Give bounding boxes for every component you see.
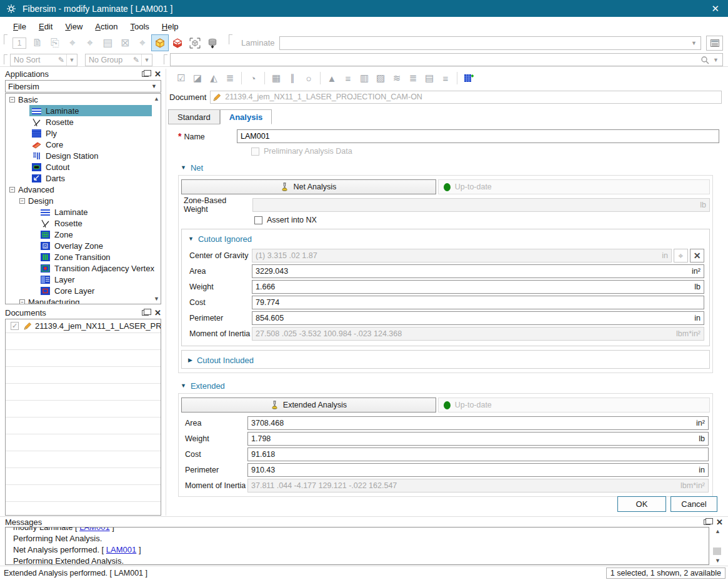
material-grid-icon[interactable]: ▦ [268,71,284,86]
tree-item-core[interactable]: Core [6,139,161,150]
tab-standard[interactable]: Standard [168,109,220,124]
tower-icon[interactable]: ▲ [324,71,340,86]
tree-item-zone[interactable]: Zone [6,229,161,240]
collapse-icon[interactable]: − [9,187,15,192]
expand-triangle-icon[interactable]: ▶ [188,357,192,363]
lam001-link[interactable]: LAM001 [106,545,136,554]
scroll-up-icon[interactable]: ▲ [715,528,721,534]
ring-icon[interactable]: ○ [301,71,317,86]
tree-item-laminate-adv[interactable]: Laminate [6,206,161,218]
tree-item-layer[interactable]: Layer [6,274,161,285]
menu-tools[interactable]: Tools [124,21,154,32]
scroll-down-icon[interactable]: ▼ [154,296,159,302]
cutout-included-header[interactable]: ▶ Cutout Included [188,355,706,365]
cost-field[interactable]: 79.774 [252,296,704,309]
delete-document-icon[interactable]: ⊠ [116,35,134,51]
tree-item-design-station[interactable]: Design Station [6,150,161,161]
pattern-icon[interactable]: ▨ [372,71,389,86]
collapse-triangle-icon[interactable]: ▼ [181,164,186,171]
extended-analysis-button[interactable]: Extended Analysis [181,398,436,412]
locate-copy-icon[interactable]: ⌖ [81,35,99,51]
levels-icon[interactable]: ≣ [405,71,421,86]
ext-area-field[interactable]: 3708.468in² [247,416,709,430]
assert-into-nx-checkbox[interactable] [254,216,262,224]
menu-help[interactable]: Help [156,21,184,32]
select-cube-icon[interactable] [186,34,204,51]
cutout-ignored-header[interactable]: ▼ Cutout Ignored [188,234,706,244]
menu-file[interactable]: File [7,21,32,32]
tree-item-core-layer[interactable]: Core Layer [6,285,161,296]
tree-item-basic[interactable]: −Basic [6,94,161,105]
close-panel-icon[interactable]: ✕ [716,518,723,527]
scroll-down-icon[interactable]: ▼ [715,558,721,564]
refresh-icon[interactable]: ◔ [245,71,261,86]
stamp-icon[interactable]: ◪ [189,71,206,86]
toolbar-grip[interactable] [4,34,7,44]
menu-action[interactable]: Action [89,21,123,32]
close-panel-icon[interactable]: ✕ [154,308,161,318]
close-icon[interactable]: ✕ [711,3,719,14]
toolbar-grip[interactable] [229,34,232,44]
tree-item-darts[interactable]: Darts [6,172,161,184]
tab-analysis[interactable]: Analysis [220,109,272,124]
perimeter-field[interactable]: 854.605in [252,311,704,325]
tree-item-design[interactable]: −Design [6,195,161,206]
transparent-cube-icon[interactable] [169,34,186,51]
collapse-icon[interactable]: − [9,97,15,102]
chevron-down-icon[interactable]: ▼ [141,54,152,66]
float-panel-icon[interactable] [142,310,149,316]
menu-edit[interactable]: Edit [33,21,58,32]
columns-icon[interactable]: ∥ [284,71,301,86]
cancel-button[interactable]: Cancel [671,496,717,512]
chevron-down-icon[interactable]: ▼ [66,54,77,66]
ok-button[interactable]: OK [617,496,666,512]
new-document-icon[interactable]: 🗎 [29,35,46,51]
list-button[interactable] [706,36,723,51]
tree-item-manufacturing[interactable]: −Manufacturing [6,296,161,304]
net-analysis-button[interactable]: Net Analysis [181,179,436,194]
laminate-input[interactable] [280,38,687,48]
net-section-header[interactable]: ▼ Net [181,162,723,172]
notes-icon[interactable]: ≡ [437,71,454,86]
machine-icon[interactable]: ▥ [356,71,372,86]
find-orient-icon[interactable]: ⌖ [134,35,151,51]
list-icon[interactable]: ≣ [222,71,238,86]
locate-icon[interactable]: ⌖ [64,35,81,51]
area-field[interactable]: 3229.043in² [252,264,704,278]
search-icon[interactable] [701,56,709,64]
name-field[interactable] [237,129,719,143]
add-table-icon[interactable] [461,71,477,86]
weight-field[interactable]: 1.666lb [252,280,704,294]
clear-button[interactable]: ✕ [690,249,704,262]
tree-item-advanced[interactable]: −Advanced [6,184,161,195]
search-field[interactable]: ▼ [170,53,723,66]
laminate-combobox[interactable]: ▼ [279,36,701,50]
scrollbar-thumb[interactable] [713,548,721,555]
messages-scrollbar[interactable]: ▲ ▼ [711,527,722,565]
float-panel-icon[interactable] [704,519,711,525]
layer-table-icon[interactable]: ▤ [421,71,437,86]
float-panel-icon[interactable] [142,71,149,77]
toolbar-grip[interactable] [4,54,7,64]
document-list-item[interactable]: ✓ 21139.4_jem_NX11_1_LASER_PROJECTION_CA… [6,319,161,333]
tree-item-zone-transition[interactable]: Zone Transition [6,251,161,262]
plies-icon[interactable]: ≋ [389,71,405,86]
group-combobox[interactable]: No Group ✎ ▼ [85,54,152,66]
close-panel-icon[interactable]: ✕ [154,69,161,79]
assert-into-nx-row[interactable]: Assert into NX [254,216,710,224]
search-input[interactable] [171,55,701,64]
collapse-icon[interactable]: − [19,299,25,305]
tree-item-overlay-zone[interactable]: 0 Overlay Zone [6,240,161,251]
sort-combobox[interactable]: No Sort ✎ ▼ [10,54,77,66]
collapse-icon[interactable]: − [19,198,25,204]
tree-item-ply[interactable]: Ply [6,128,161,139]
application-selector[interactable]: Fibersim ▼ [5,80,161,92]
name-input[interactable] [241,132,716,141]
edit-pencil-icon[interactable]: ✎ [131,56,141,64]
edit-pencil-icon[interactable]: ✎ [56,56,66,64]
document-checkbox[interactable]: ✓ [11,322,19,330]
solid-cube-icon[interactable] [151,34,169,51]
lines-icon[interactable]: ≡ [340,71,356,86]
ext-weight-field[interactable]: 1.798lb [247,432,709,446]
chevron-down-icon[interactable]: ▼ [147,83,161,89]
